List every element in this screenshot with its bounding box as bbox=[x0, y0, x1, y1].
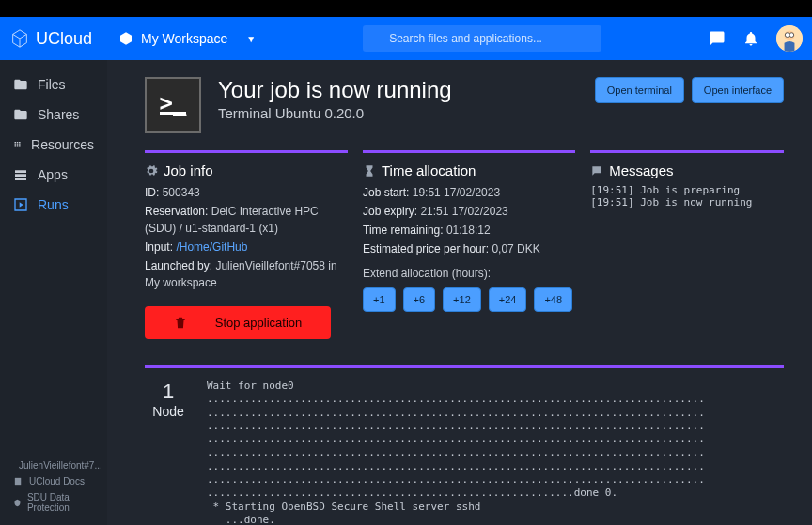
trash-icon bbox=[174, 317, 187, 330]
node-count: 1 bbox=[145, 379, 192, 404]
extend-label: Extend allocation (hours): bbox=[363, 267, 573, 280]
hourglass-icon bbox=[363, 164, 376, 178]
chat-icon[interactable] bbox=[709, 30, 726, 47]
sidebar-label: Resources bbox=[31, 137, 94, 152]
shield-icon bbox=[13, 498, 22, 508]
brand-name: UCloud bbox=[36, 29, 92, 49]
gear-icon bbox=[145, 164, 158, 178]
sidebar-item-apps[interactable]: Apps bbox=[0, 160, 107, 190]
book-icon bbox=[13, 476, 23, 486]
brand-logo[interactable]: UCloud bbox=[9, 28, 92, 49]
open-terminal-button[interactable]: Open terminal bbox=[595, 77, 684, 103]
logo-icon bbox=[9, 28, 30, 49]
avatar-icon bbox=[776, 25, 803, 52]
card-title: Job info bbox=[164, 162, 213, 178]
hexagon-icon bbox=[118, 31, 133, 46]
svg-point-2 bbox=[785, 33, 789, 38]
workspace-label: My Workspace bbox=[141, 31, 227, 46]
sidebar-label: Runs bbox=[38, 197, 69, 212]
play-icon bbox=[13, 197, 28, 212]
page-subtitle: Terminal Ubuntu 0.20.0 bbox=[218, 105, 452, 121]
folder-icon bbox=[13, 77, 28, 92]
main-content: >_ Your job is now running Terminal Ubun… bbox=[107, 60, 812, 525]
extend-12-button[interactable]: +12 bbox=[443, 287, 481, 312]
apps-icon bbox=[13, 167, 28, 182]
bell-icon[interactable] bbox=[742, 30, 759, 47]
sidebar-label: Shares bbox=[38, 107, 79, 122]
sidebar-item-shares[interactable]: Shares bbox=[0, 100, 107, 130]
grid-icon bbox=[13, 137, 22, 152]
sidebar: Files Shares Resources Apps Runs JulienV… bbox=[0, 60, 107, 525]
messages-log: [19:51] Job is preparing [19:51] Job is … bbox=[590, 184, 782, 208]
chevron-down-icon: ▼ bbox=[246, 34, 256, 44]
svg-point-3 bbox=[789, 33, 794, 38]
share-icon bbox=[13, 107, 28, 122]
job-info-card: Job info ID: 500343 Reservation: DeiC In… bbox=[145, 150, 348, 348]
sidebar-item-runs[interactable]: Runs bbox=[0, 190, 107, 220]
extend-1-button[interactable]: +1 bbox=[363, 287, 396, 312]
message-icon bbox=[590, 164, 603, 178]
sidebar-protection[interactable]: SDU Data Protection bbox=[13, 489, 98, 516]
sidebar-item-files[interactable]: Files bbox=[0, 69, 107, 100]
sidebar-item-resources[interactable]: Resources bbox=[0, 130, 107, 160]
extend-48-button[interactable]: +48 bbox=[534, 287, 572, 312]
sidebar-label: Files bbox=[38, 77, 66, 92]
console-output: Wait for node0 .........................… bbox=[207, 379, 784, 525]
app-icon: >_ bbox=[145, 77, 201, 133]
card-title: Time allocation bbox=[382, 162, 476, 178]
sidebar-docs[interactable]: UCloud Docs bbox=[13, 473, 98, 489]
avatar[interactable] bbox=[776, 25, 803, 52]
open-interface-button[interactable]: Open interface bbox=[692, 77, 784, 103]
time-allocation-card: Time allocation Job start: 19:51 17/02/2… bbox=[363, 150, 575, 348]
extend-24-button[interactable]: +24 bbox=[489, 287, 527, 312]
extend-6-button[interactable]: +6 bbox=[403, 287, 436, 312]
messages-card: Messages [19:51] Job is preparing [19:51… bbox=[590, 150, 784, 348]
page-title: Your job is now running bbox=[218, 77, 452, 103]
node-label: Node bbox=[145, 404, 192, 419]
workspace-selector[interactable]: My Workspace ▼ bbox=[118, 31, 256, 46]
input-link[interactable]: /Home/GitHub bbox=[176, 240, 247, 254]
console-section: 1 Node Wait for node0 ..................… bbox=[145, 365, 784, 525]
sidebar-label: Apps bbox=[38, 167, 68, 182]
search-input[interactable] bbox=[363, 25, 601, 52]
stop-application-button[interactable]: Stop application bbox=[145, 306, 331, 339]
sidebar-user[interactable]: JulienVieillefont#7... bbox=[13, 457, 98, 473]
card-title: Messages bbox=[609, 162, 673, 178]
